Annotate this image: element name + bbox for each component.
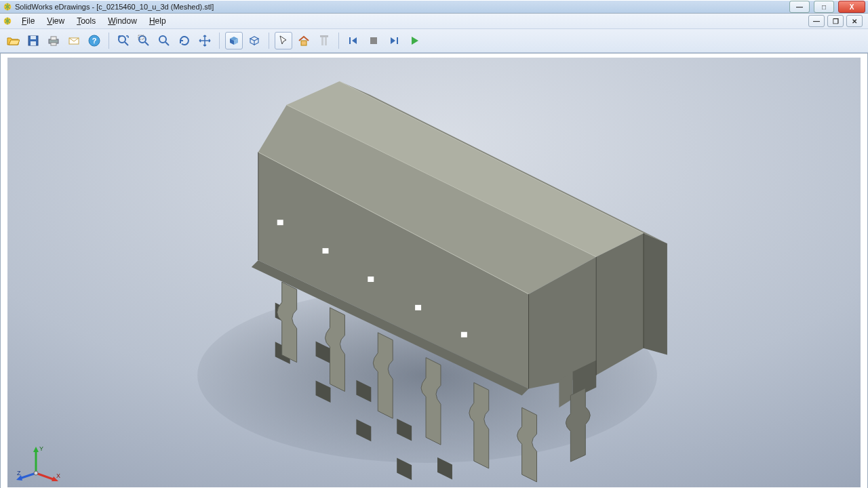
window-title: SolidWorks eDrawings - [c_0215460_10_u_3… xyxy=(15,3,789,11)
toolbar: ? xyxy=(0,29,868,53)
svg-rect-19 xyxy=(321,36,323,45)
svg-point-16 xyxy=(159,36,166,43)
app-icon xyxy=(3,2,12,12)
svg-rect-49 xyxy=(277,220,283,225)
axis-triad: Y X Z xyxy=(16,443,63,483)
svg-rect-20 xyxy=(325,36,327,45)
svg-line-17 xyxy=(165,42,169,45)
title-bar: SolidWorks eDrawings - [c_0215460_10_u_3… xyxy=(0,0,868,14)
canvas-frame: Y X Z xyxy=(0,53,868,488)
model-render xyxy=(7,58,861,487)
save-button[interactable] xyxy=(24,32,42,49)
send-button[interactable] xyxy=(65,32,83,49)
svg-line-56 xyxy=(36,473,55,480)
svg-rect-22 xyxy=(349,37,351,44)
menu-file[interactable]: File xyxy=(16,15,40,27)
select-button[interactable] xyxy=(275,32,292,49)
perspective-button[interactable] xyxy=(245,32,263,49)
svg-rect-51 xyxy=(368,277,374,282)
zoom-area-button[interactable] xyxy=(135,32,153,49)
home-button[interactable] xyxy=(295,32,313,49)
minimize-button[interactable]: — xyxy=(789,1,810,13)
axis-z-label: Z xyxy=(17,470,21,476)
svg-line-58 xyxy=(20,473,36,479)
viewport-3d[interactable]: Y X Z xyxy=(7,58,861,487)
doc-app-icon xyxy=(3,16,12,26)
svg-rect-4 xyxy=(31,41,36,45)
axis-y-label: Y xyxy=(39,445,43,452)
svg-rect-24 xyxy=(397,37,398,44)
svg-marker-55 xyxy=(33,447,39,452)
svg-rect-52 xyxy=(415,305,421,310)
svg-marker-31 xyxy=(644,233,667,354)
canvas-area: Y X Z xyxy=(0,53,868,488)
svg-rect-23 xyxy=(370,37,377,44)
print-button[interactable] xyxy=(45,32,62,49)
svg-point-11 xyxy=(119,36,125,43)
menu-help[interactable]: Help xyxy=(144,15,172,27)
rotate-button[interactable] xyxy=(176,32,193,49)
toolbar-separator xyxy=(219,33,220,49)
doc-close-button[interactable]: ✕ xyxy=(846,15,863,27)
zoom-button[interactable] xyxy=(155,32,173,49)
measure-button[interactable] xyxy=(315,32,333,49)
toolbar-separator xyxy=(338,33,339,49)
doc-minimize-button[interactable]: — xyxy=(808,15,825,27)
open-button[interactable] xyxy=(4,32,22,49)
help-button[interactable]: ? xyxy=(85,32,103,49)
toolbar-separator xyxy=(108,33,109,49)
svg-rect-3 xyxy=(31,36,36,39)
pan-button[interactable] xyxy=(196,32,214,49)
stop-button[interactable] xyxy=(365,32,382,49)
close-button[interactable]: X xyxy=(838,1,865,13)
play-button[interactable] xyxy=(406,32,423,49)
svg-rect-50 xyxy=(323,248,329,253)
first-button[interactable] xyxy=(344,32,362,49)
axis-x-label: X xyxy=(56,472,60,479)
toolbar-separator xyxy=(269,33,269,49)
svg-line-14 xyxy=(145,42,149,45)
svg-point-60 xyxy=(34,471,38,475)
zoom-fit-button[interactable] xyxy=(115,32,132,49)
menu-view[interactable]: View xyxy=(41,15,70,27)
menu-tools[interactable]: Tools xyxy=(71,15,101,27)
document-controls: — ❐ ✕ xyxy=(808,15,865,27)
svg-rect-18 xyxy=(301,41,307,45)
window-controls: — □ X xyxy=(789,1,865,13)
doc-restore-button[interactable]: ❐ xyxy=(827,15,844,27)
svg-rect-21 xyxy=(320,35,328,37)
svg-rect-6 xyxy=(51,37,56,40)
shaded-view-button[interactable] xyxy=(225,32,243,49)
svg-rect-7 xyxy=(51,43,56,45)
svg-line-12 xyxy=(125,42,128,45)
maximize-button[interactable]: □ xyxy=(814,1,834,13)
svg-text:?: ? xyxy=(92,37,97,45)
svg-rect-53 xyxy=(461,332,467,338)
menu-window[interactable]: Window xyxy=(102,15,142,27)
last-button[interactable] xyxy=(385,32,403,49)
menu-bar: File View Tools Window Help — ❐ ✕ xyxy=(0,14,868,29)
